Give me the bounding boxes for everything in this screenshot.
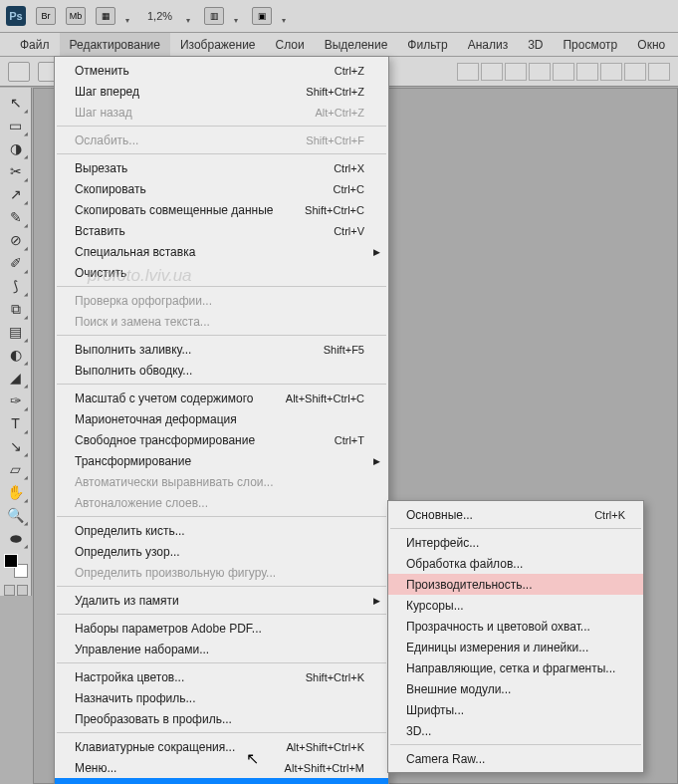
menu-item[interactable]: Марионеточная деформация bbox=[55, 408, 388, 429]
tool-13[interactable]: ✑ bbox=[3, 390, 29, 411]
menu-analysis[interactable]: Анализ bbox=[458, 33, 519, 56]
align-icon[interactable] bbox=[600, 63, 622, 81]
dropdown-arrow-icon[interactable] bbox=[125, 12, 133, 20]
menu-item[interactable]: Наборы параметров Adobe PDF... bbox=[55, 618, 388, 639]
align-icon[interactable] bbox=[648, 63, 670, 81]
screen-icon[interactable]: ▣ bbox=[252, 7, 272, 25]
zoom-level[interactable]: 1,2% bbox=[143, 10, 176, 22]
menu-item[interactable]: ОтменитьCtrl+Z bbox=[55, 60, 388, 81]
menu-item[interactable]: Свободное трансформированиеCtrl+T bbox=[55, 429, 388, 450]
color-swatches[interactable] bbox=[4, 554, 28, 578]
menu-item[interactable]: СкопироватьCtrl+C bbox=[55, 178, 388, 199]
tool-0[interactable]: ↖ bbox=[3, 92, 29, 114]
menu-window[interactable]: Окно bbox=[627, 33, 675, 56]
menu-item[interactable]: Шаг впередShift+Ctrl+Z bbox=[55, 81, 388, 102]
menu-item[interactable]: ВставитьCtrl+V bbox=[55, 220, 388, 241]
align-icon[interactable] bbox=[553, 63, 574, 81]
menu-view[interactable]: Просмотр bbox=[553, 33, 627, 56]
tool-8[interactable]: ⟆ bbox=[3, 275, 29, 297]
preferences-submenu: Основные...Ctrl+KИнтерфейс...Обработка ф… bbox=[387, 500, 644, 773]
menu-item[interactable]: Производительность... bbox=[388, 574, 643, 595]
menu-item[interactable]: Установки▶ bbox=[55, 778, 388, 784]
menu-item: Автоналожение слоев... bbox=[55, 492, 388, 513]
mask-icon[interactable] bbox=[17, 585, 28, 596]
menu-item[interactable]: Шрифты... bbox=[388, 699, 643, 720]
mask-icon[interactable] bbox=[4, 585, 15, 596]
menu-item[interactable]: 3D... bbox=[388, 720, 643, 741]
menu-item[interactable]: Определить узор... bbox=[55, 541, 388, 562]
menu-item: Шаг назадAlt+Ctrl+Z bbox=[55, 102, 388, 123]
menu-item[interactable]: Прозрачность и цветовой охват... bbox=[388, 616, 643, 637]
align-icon[interactable] bbox=[624, 63, 646, 81]
menu-image[interactable]: Изображение bbox=[170, 33, 266, 56]
menu-item-label: Очистить bbox=[75, 266, 126, 280]
menu-file[interactable]: Файл bbox=[10, 33, 60, 56]
menu-item[interactable]: Преобразовать в профиль... bbox=[55, 708, 388, 729]
arrange-icon[interactable]: ▥ bbox=[204, 7, 224, 25]
tool-2[interactable]: ◑ bbox=[3, 137, 29, 159]
tool-17[interactable]: ✋ bbox=[3, 481, 29, 503]
menu-item[interactable]: Выполнить обводку... bbox=[55, 360, 388, 381]
dropdown-arrow-icon[interactable] bbox=[234, 12, 242, 20]
screen-mode-icon[interactable]: ▦ bbox=[96, 7, 115, 25]
submenu-arrow-icon: ▶ bbox=[373, 456, 380, 466]
tool-11[interactable]: ◐ bbox=[3, 344, 29, 366]
menu-item[interactable]: Настройка цветов...Shift+Ctrl+K bbox=[55, 666, 388, 687]
tool-4[interactable]: ↗ bbox=[3, 183, 29, 205]
menu-shortcut: Shift+Ctrl+K bbox=[306, 671, 364, 683]
tool-10[interactable]: ▤ bbox=[3, 321, 29, 343]
tool-18[interactable]: 🔍 bbox=[3, 504, 29, 526]
align-icon[interactable] bbox=[529, 63, 551, 81]
dropdown-arrow-icon[interactable] bbox=[186, 12, 194, 20]
tool-1[interactable]: ▭ bbox=[3, 115, 29, 136]
menu-layers[interactable]: Слои bbox=[266, 33, 315, 56]
menu-item[interactable]: Интерфейс... bbox=[388, 532, 643, 553]
tool-12[interactable]: ◢ bbox=[3, 367, 29, 389]
menu-item[interactable]: Клавиатурные сокращения...Alt+Shift+Ctrl… bbox=[55, 736, 388, 757]
tool-3[interactable]: ✂ bbox=[3, 160, 29, 182]
minibridge-icon[interactable]: Mb bbox=[66, 7, 86, 25]
menu-shortcut: Shift+Ctrl+C bbox=[305, 204, 364, 216]
menu-item[interactable]: Основные...Ctrl+K bbox=[388, 504, 643, 525]
tool-5[interactable]: ✎ bbox=[3, 206, 29, 228]
menu-edit[interactable]: Редактирование bbox=[60, 33, 170, 56]
align-icon[interactable] bbox=[457, 63, 479, 81]
menu-item[interactable]: Курсоры... bbox=[388, 595, 643, 616]
menu-item[interactable]: Единицы измерения и линейки... bbox=[388, 637, 643, 657]
align-icon[interactable] bbox=[576, 63, 598, 81]
menu-item[interactable]: Управление наборами... bbox=[55, 639, 388, 659]
align-icon[interactable] bbox=[505, 63, 527, 81]
menu-item[interactable]: Определить кисть... bbox=[55, 520, 388, 541]
menu-filter[interactable]: Фильтр bbox=[397, 33, 457, 56]
menu-item[interactable]: Очистить bbox=[55, 262, 388, 283]
menu-item[interactable]: Обработка файлов... bbox=[388, 553, 643, 574]
menu-item[interactable]: Специальная вставка▶ bbox=[55, 241, 388, 262]
fg-color[interactable] bbox=[4, 554, 18, 568]
tool-15[interactable]: ↘ bbox=[3, 435, 29, 457]
menu-select[interactable]: Выделение bbox=[315, 33, 398, 56]
tool-9[interactable]: ⧉ bbox=[3, 298, 29, 320]
tool-preset-icon[interactable] bbox=[8, 62, 30, 82]
menu-item[interactable]: Направляющие, сетка и фрагменты... bbox=[388, 657, 643, 678]
tool-14[interactable]: T bbox=[3, 412, 29, 434]
menu-3d[interactable]: 3D bbox=[518, 33, 553, 56]
menu-item[interactable]: Camera Raw... bbox=[388, 748, 643, 769]
menu-item[interactable]: Масштаб с учетом содержимогоAlt+Shift+Ct… bbox=[55, 388, 388, 408]
tool-19[interactable]: ⬬ bbox=[3, 527, 29, 549]
bridge-icon[interactable]: Br bbox=[36, 7, 56, 25]
menu-item-label: Курсоры... bbox=[406, 599, 464, 613]
menu-item[interactable]: Меню...Alt+Shift+Ctrl+M bbox=[55, 757, 388, 778]
tool-16[interactable]: ▱ bbox=[3, 458, 29, 480]
menu-item[interactable]: Удалить из памяти▶ bbox=[55, 590, 388, 611]
menu-item[interactable]: Назначить профиль... bbox=[55, 687, 388, 708]
menu-item[interactable]: Внешние модули... bbox=[388, 678, 643, 699]
menu-item[interactable]: Скопировать совмещенные данныеShift+Ctrl… bbox=[55, 199, 388, 220]
tool-6[interactable]: ⊘ bbox=[3, 229, 29, 251]
dropdown-arrow-icon[interactable] bbox=[282, 12, 290, 20]
menu-item-label: Марионеточная деформация bbox=[75, 412, 237, 426]
menu-item[interactable]: Трансформирование▶ bbox=[55, 450, 388, 471]
menu-item[interactable]: Выполнить заливку...Shift+F5 bbox=[55, 339, 388, 360]
align-icon[interactable] bbox=[481, 63, 503, 81]
menu-item[interactable]: ВырезатьCtrl+X bbox=[55, 157, 388, 178]
tool-7[interactable]: ✐ bbox=[3, 252, 29, 274]
